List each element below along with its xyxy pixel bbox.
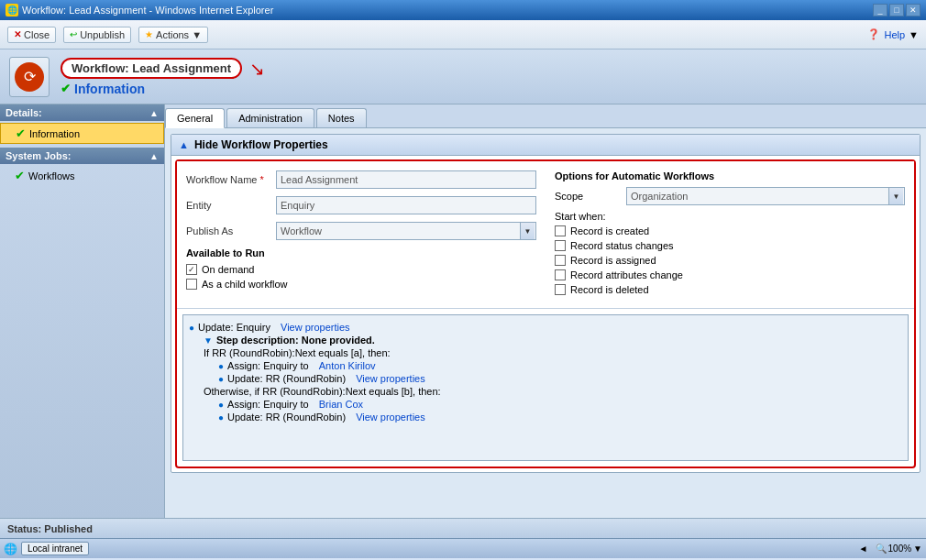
assign-person-2-link[interactable]: Brian Cox <box>319 399 363 410</box>
close-window-button[interactable]: ✕ <box>906 4 920 16</box>
system-jobs-collapse-button[interactable]: ▲ <box>149 151 159 161</box>
child-workflow-checkbox[interactable] <box>186 279 197 290</box>
view-properties-link-3[interactable]: View properties <box>356 412 425 423</box>
unpublish-button[interactable]: ↩ Unpublish <box>63 27 131 43</box>
publish-as-select-wrapper: Workflow ▼ <box>276 222 536 240</box>
taskbar-right: ◄ 🔍 100% ▼ <box>859 544 922 554</box>
workflow-name-row: Workflow Name * <box>186 170 536 189</box>
sidebar: Details: ▲ ✔ Information System Jobs: ▲ … <box>0 104 165 518</box>
form-panel: ▲ Hide Workflow Properties Workflow Name… <box>171 134 920 473</box>
close-button[interactable]: ✕ Close <box>7 27 56 43</box>
header-area: ⟳ Workflow: Lead Assignment ↘ ✔ Informat… <box>0 49 926 104</box>
assign-enquiry-1: ● Assign: Enquiry to Anton Kirilov <box>218 359 902 372</box>
step-update-enquiry: ● Update: Enquiry View properties <box>189 321 902 334</box>
taskbar-left: 🌐 Local intranet <box>4 542 89 555</box>
required-marker: * <box>260 174 264 185</box>
update-rr-2: ● Update: RR (RoundRobin) View propertie… <box>218 411 902 423</box>
window-title: Workflow: Lead Assignment - Windows Inte… <box>22 5 273 16</box>
record-status-changes-row: Record status changes <box>555 240 905 251</box>
start-when-label: Start when: <box>555 211 905 222</box>
update-rr-1: ● Update: RR (RoundRobin) View propertie… <box>218 372 902 385</box>
record-assigned-checkbox[interactable] <box>555 255 566 266</box>
on-demand-label: On demand <box>202 264 254 275</box>
available-to-run-section: Available to Run On demand As a child wo… <box>186 247 536 290</box>
entity-input[interactable] <box>276 196 536 214</box>
taskbar-globe-icon: 🌐 <box>4 543 17 555</box>
update-enquiry-text: Update: Enquiry <box>198 322 270 333</box>
main-layout: Details: ▲ ✔ Information System Jobs: ▲ … <box>0 104 926 518</box>
scope-dropdown-icon: ▼ <box>888 188 903 204</box>
record-deleted-checkbox[interactable] <box>555 284 566 295</box>
record-attributes-change-row: Record attributes change <box>555 269 905 280</box>
if-condition-1: If RR (RoundRobin):Next equals [a], then… <box>204 346 902 359</box>
update-rr-text-1: Update: RR (RoundRobin) <box>227 373 346 384</box>
panel-header-label: Hide Workflow Properties <box>194 138 328 151</box>
workflow-right-column: Options for Automatic Workflows Scope Or… <box>555 170 905 299</box>
scope-select[interactable]: Organization <box>626 187 905 205</box>
view-properties-link-2[interactable]: View properties <box>356 373 425 384</box>
record-deleted-label: Record is deleted <box>570 284 649 295</box>
publish-as-select[interactable]: Workflow <box>276 222 536 240</box>
header-subtitle: Information <box>74 82 145 96</box>
local-intranet-badge: Local intranet <box>21 542 89 555</box>
tab-notes[interactable]: Notes <box>316 108 367 127</box>
child-workflow-row: As a child workflow <box>186 279 536 290</box>
view-properties-link-1[interactable]: View properties <box>281 322 350 333</box>
publish-as-dropdown-icon: ▼ <box>520 223 535 239</box>
help-icon: ❓ <box>867 28 880 40</box>
step-collapse-icon[interactable]: ▼ <box>204 335 213 346</box>
record-status-changes-label: Record status changes <box>570 240 674 251</box>
restore-button[interactable]: □ <box>889 4 904 16</box>
update-rr-text-2: Update: RR (RoundRobin) <box>227 412 346 423</box>
publish-as-label: Publish As <box>186 225 269 236</box>
assign-icon-1: ● <box>218 361 224 371</box>
sidebar-item-workflows[interactable]: ✔ Workflows <box>0 166 164 185</box>
child-workflow-label: As a child workflow <box>202 279 288 290</box>
on-demand-checkbox[interactable] <box>186 264 197 275</box>
highlight-box: Workflow Name * Entity Publish As <box>175 159 916 468</box>
otherwise-condition: Otherwise, if RR (RoundRobin):Next equal… <box>204 385 902 398</box>
minimize-button[interactable]: _ <box>873 4 887 16</box>
update-rr-icon-1: ● <box>218 374 224 384</box>
header-title: Workflow: Lead Assignment <box>72 61 231 75</box>
record-attributes-change-label: Record attributes change <box>570 269 683 280</box>
options-title: Options for Automatic Workflows <box>555 170 905 181</box>
otherwise-condition-text: Otherwise, if RR (RoundRobin):Next equal… <box>204 386 441 397</box>
details-section-header: Details: ▲ <box>0 104 164 121</box>
panel-collapse-icon[interactable]: ▲ <box>179 139 189 150</box>
record-attributes-change-checkbox[interactable] <box>555 269 566 280</box>
assign-enquiry-text-1: Assign: Enquiry to <box>227 360 309 371</box>
taskbar: 🌐 Local intranet ◄ 🔍 100% ▼ <box>0 538 926 558</box>
sidebar-item-information[interactable]: ✔ Information <box>0 123 164 144</box>
system-jobs-section-header: System Jobs: ▲ <box>0 148 164 164</box>
app-icon: 🌐 <box>6 4 18 16</box>
status-label: Status: Published <box>7 523 93 534</box>
record-created-row: Record is created <box>555 225 905 236</box>
zoom-level: 100% <box>888 544 912 554</box>
record-created-checkbox[interactable] <box>555 225 566 236</box>
workflow-name-label: Workflow Name * <box>186 174 269 185</box>
workflows-check-icon: ✔ <box>15 169 25 182</box>
assign-icon-2: ● <box>218 400 224 410</box>
zoom-dropdown-icon[interactable]: ▼ <box>913 544 922 554</box>
actions-button[interactable]: ★ Actions ▼ <box>138 27 208 43</box>
step-description: ▼ Step description: None provided. <box>204 334 902 346</box>
assign-person-1-link[interactable]: Anton Kirilov <box>319 360 376 371</box>
taskbar-nav-icon-prev[interactable]: ◄ <box>859 544 868 554</box>
actions-dropdown-icon: ▼ <box>192 29 202 40</box>
record-status-changes-checkbox[interactable] <box>555 240 566 251</box>
scope-select-wrapper: Organization ▼ <box>626 187 905 205</box>
form-panel-header: ▲ Hide Workflow Properties <box>171 135 920 156</box>
workflow-properties: Workflow Name * Entity Publish As <box>177 161 914 309</box>
workflow-icon: ⟳ <box>15 62 44 92</box>
workflow-name-input[interactable] <box>276 170 536 189</box>
record-deleted-row: Record is deleted <box>555 284 905 295</box>
header-icon-box: ⟳ <box>9 57 50 97</box>
assign-enquiry-2: ● Assign: Enquiry to Brian Cox <box>218 398 902 411</box>
header-subtitle-area: ✔ Information <box>61 82 265 96</box>
tab-general[interactable]: General <box>165 108 225 128</box>
details-collapse-button[interactable]: ▲ <box>149 108 159 118</box>
close-icon: ✕ <box>14 29 21 39</box>
record-assigned-label: Record is assigned <box>570 255 656 266</box>
tab-administration[interactable]: Administration <box>226 108 314 127</box>
